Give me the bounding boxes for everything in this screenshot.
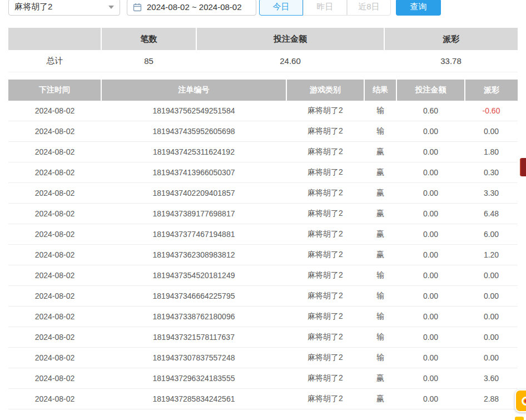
header-payout: 派彩 xyxy=(465,80,518,101)
summary-total-bet-amount: 24.60 xyxy=(196,50,384,72)
game-type-cell: 麻将胡了2 xyxy=(286,224,364,245)
result-cell: 赢 xyxy=(364,245,396,265)
result-cell: 赢 xyxy=(364,142,396,162)
bet-time-cell: 2024-08-02 xyxy=(8,121,101,142)
order-id-cell: 1819437285834242561 xyxy=(101,389,286,409)
payout-cell: 0.00 xyxy=(465,265,518,286)
order-id-cell: 1819437321578117637 xyxy=(101,327,286,348)
summary-total-count: 85 xyxy=(101,50,196,72)
game-type-cell: 麻将胡了2 xyxy=(286,389,364,409)
bet-time-cell: 2024-08-02 xyxy=(8,265,101,286)
header-bet-amount: 投注金额 xyxy=(396,80,465,101)
bet-amount-cell: 0.00 xyxy=(396,142,465,162)
order-id-cell: 1819437354520181249 xyxy=(101,265,286,286)
bet-time-cell: 2024-08-02 xyxy=(8,286,101,307)
payout-cell: 3.60 xyxy=(465,368,518,389)
order-id-cell: 1819437338762180096 xyxy=(101,307,286,327)
bet-amount-cell: 0.00 xyxy=(396,286,465,307)
dropdown-caret-icon xyxy=(108,6,114,9)
payout-cell: 2.88 xyxy=(465,389,518,409)
table-row: 2024-08-021819437389177698817麻将胡了2赢0.006… xyxy=(8,204,518,224)
payout-cell: 0.00 xyxy=(465,121,518,142)
header-result: 结果 xyxy=(364,80,396,101)
order-id-cell: 1819437413966050307 xyxy=(101,162,286,183)
bet-time-cell: 2024-08-02 xyxy=(8,245,101,265)
bet-amount-cell: 0.60 xyxy=(396,101,465,121)
summary-header-payout: 派彩 xyxy=(384,28,518,50)
promo-ribbon-float[interactable] xyxy=(520,158,526,176)
order-id-cell: 1819437402209401857 xyxy=(101,183,286,204)
result-cell: 输 xyxy=(364,348,396,368)
bet-time-cell: 2024-08-02 xyxy=(8,142,101,162)
order-id-cell: 1819437377467194881 xyxy=(101,224,286,245)
table-row: 2024-08-021819437562549251584麻将胡了2输0.60-… xyxy=(8,101,518,121)
secondary-float-icon[interactable] xyxy=(515,417,524,420)
result-cell: 赢 xyxy=(364,389,396,409)
order-id-cell: 1819437425311624192 xyxy=(101,142,286,162)
filter-toolbar: 麻将胡了2 2024-08-02 ~ 2024-08-02 今日 昨日 近8日 … xyxy=(8,0,526,16)
result-cell: 赢 xyxy=(364,204,396,224)
table-row: 2024-08-021819437354520181249麻将胡了2输0.000… xyxy=(8,265,518,286)
game-select[interactable]: 麻将胡了2 xyxy=(8,0,120,16)
bet-time-cell: 2024-08-02 xyxy=(8,204,101,224)
table-row: 2024-08-021819437413966050307麻将胡了2赢0.000… xyxy=(8,162,518,183)
summary-total-label: 总计 xyxy=(8,50,101,72)
table-row: 2024-08-021819437425311624192麻将胡了2赢0.001… xyxy=(8,142,518,162)
today-button[interactable]: 今日 xyxy=(259,0,303,16)
bet-time-cell: 2024-08-02 xyxy=(8,348,101,368)
bet-amount-cell: 0.00 xyxy=(396,389,465,409)
table-row: 2024-08-021819437321578117637麻将胡了2输0.000… xyxy=(8,327,518,348)
payout-cell: 1.80 xyxy=(465,142,518,162)
bet-amount-cell: 0.00 xyxy=(396,204,465,224)
customer-service-float-icon[interactable] xyxy=(515,389,526,412)
order-id-cell: 1819437389177698817 xyxy=(101,204,286,224)
order-id-cell: 1819437346664225795 xyxy=(101,286,286,307)
calendar-icon xyxy=(133,3,142,12)
payout-cell: 0.00 xyxy=(465,307,518,327)
header-game-type: 游戏类别 xyxy=(286,80,364,101)
payout-cell: 0.30 xyxy=(465,162,518,183)
summary-total-payout: 33.78 xyxy=(384,50,518,72)
result-cell: 输 xyxy=(364,327,396,348)
summary-header-count: 笔数 xyxy=(101,28,196,50)
bet-amount-cell: 0.00 xyxy=(396,368,465,389)
game-type-cell: 麻将胡了2 xyxy=(286,286,364,307)
payout-cell: 1.20 xyxy=(465,245,518,265)
summary-table: 笔数 投注金额 派彩 总计 85 24.60 33.78 xyxy=(8,28,518,72)
order-id-cell: 1819437435952605698 xyxy=(101,121,286,142)
game-type-cell: 麻将胡了2 xyxy=(286,368,364,389)
result-cell: 输 xyxy=(364,101,396,121)
table-row: 2024-08-021819437296324183555麻将胡了2赢0.003… xyxy=(8,368,518,389)
order-id-cell: 1819437296324183555 xyxy=(101,368,286,389)
payout-cell: 3.30 xyxy=(465,183,518,204)
result-cell: 输 xyxy=(364,265,396,286)
order-id-cell: 1819437562549251584 xyxy=(101,101,286,121)
payout-cell: 0.00 xyxy=(465,286,518,307)
last-8-days-button[interactable]: 近8日 xyxy=(347,0,391,16)
result-cell: 输 xyxy=(364,307,396,327)
result-cell: 输 xyxy=(364,121,396,142)
bet-amount-cell: 0.00 xyxy=(396,348,465,368)
order-id-cell: 1819437307837557248 xyxy=(101,348,286,368)
bet-time-cell: 2024-08-02 xyxy=(8,162,101,183)
table-row: 2024-08-021819437346664225795麻将胡了2输0.000… xyxy=(8,286,518,307)
table-row: 2024-08-021819437338762180096麻将胡了2输0.000… xyxy=(8,307,518,327)
payout-cell: 6.00 xyxy=(465,224,518,245)
game-type-cell: 麻将胡了2 xyxy=(286,348,364,368)
table-row: 2024-08-021819437435952605698麻将胡了2输0.000… xyxy=(8,121,518,142)
result-cell: 输 xyxy=(364,286,396,307)
bet-amount-cell: 0.00 xyxy=(396,121,465,142)
order-id-cell: 1819437362308983812 xyxy=(101,245,286,265)
payout-cell: -0.60 xyxy=(465,101,518,121)
result-cell: 赢 xyxy=(364,162,396,183)
game-type-cell: 麻将胡了2 xyxy=(286,183,364,204)
search-button[interactable]: 查询 xyxy=(396,0,441,16)
bet-amount-cell: 0.00 xyxy=(396,183,465,204)
bet-amount-cell: 0.00 xyxy=(396,245,465,265)
game-type-cell: 麻将胡了2 xyxy=(286,142,364,162)
table-row: 2024-08-021819437362308983812麻将胡了2赢0.001… xyxy=(8,245,518,265)
summary-header-row: 笔数 投注金额 派彩 xyxy=(8,28,518,50)
date-range-input[interactable]: 2024-08-02 ~ 2024-08-02 xyxy=(127,0,256,16)
yesterday-button[interactable]: 昨日 xyxy=(303,0,347,16)
summary-header-bet-amount: 投注金额 xyxy=(196,28,384,50)
